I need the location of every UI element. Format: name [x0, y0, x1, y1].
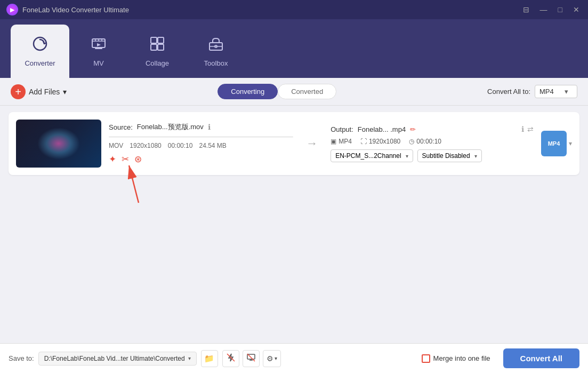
- add-files-button[interactable]: + Add Files ▾: [11, 84, 67, 99]
- format-select[interactable]: MP4 ▾: [535, 85, 577, 98]
- edit-icon[interactable]: ✏: [410, 125, 416, 133]
- convert-all-button[interactable]: Convert All: [503, 348, 579, 368]
- convert-all-to: Convert All to: MP4 ▾: [487, 85, 577, 98]
- browse-folder-button[interactable]: 📁: [201, 350, 218, 367]
- video-source-info: Source: Fonelab...预览版.mov ℹ MOV 1920x108…: [109, 122, 293, 165]
- title-bar: ▶ FoneLab Video Converter Ultimate ⊟ — □…: [0, 0, 588, 19]
- output-selects: EN-PCM_S...2Channel ▾ Subtitle Disabled …: [331, 149, 534, 162]
- subtitle-dropdown-arrow: ▾: [474, 153, 477, 159]
- source-label: Source:: [109, 123, 133, 131]
- format-value: MP4: [539, 88, 554, 96]
- audio-track-select[interactable]: EN-PCM_S...2Channel ▾: [331, 149, 413, 162]
- gear-icon: ⚙: [267, 354, 273, 363]
- plus-circle-icon: +: [11, 84, 26, 99]
- settings-button[interactable]: ⚙ ▾: [263, 350, 281, 367]
- output-actions: ℹ ⇄: [521, 125, 534, 133]
- save-path-dropdown-arrow: ▾: [188, 355, 191, 361]
- converting-pill[interactable]: Converting: [218, 84, 278, 99]
- source-duration: 00:00:10: [168, 142, 193, 149]
- output-line: Output: Fonelab... .mp4 ✏ ℹ ⇄: [331, 125, 534, 133]
- merge-checkbox[interactable]: Merge into one file: [422, 354, 490, 363]
- subtitle-value: Subtitle Disabled: [422, 152, 470, 160]
- add-files-label: Add Files: [29, 88, 60, 96]
- merge-label: Merge into one file: [433, 354, 490, 362]
- output-info-icon[interactable]: ℹ: [521, 125, 524, 133]
- convert-all-to-label: Convert All to:: [487, 88, 530, 96]
- folder-icon: 📁: [204, 354, 214, 363]
- svg-rect-8: [151, 37, 157, 43]
- source-size: 24.54 MB: [199, 142, 226, 149]
- save-to-label: Save to:: [9, 354, 34, 362]
- tab-bar: Converter MV Collage: [0, 19, 588, 78]
- enhance-icon[interactable]: ✦: [109, 154, 116, 165]
- tab-toolbox-label: Toolbox: [204, 59, 228, 67]
- video-card: Source: Fonelab...预览版.mov ℹ MOV 1920x108…: [9, 112, 579, 175]
- maximize-button[interactable]: □: [556, 4, 565, 15]
- screen-off-button[interactable]: [243, 350, 260, 367]
- tab-pills: Converting Converted: [218, 84, 336, 99]
- lightning-off-icon: [226, 353, 236, 364]
- format-badge-arrow[interactable]: ▾: [569, 140, 572, 147]
- output-resolution-meta: ⛶ 1920x1080: [360, 138, 400, 145]
- output-format-value: MP4: [339, 138, 352, 145]
- lightning-off-button[interactable]: [222, 350, 239, 367]
- output-filename: Fonelab... .mp4: [358, 125, 406, 133]
- save-path-box[interactable]: D:\FoneLab\FoneLab Vid...ter Ultimate\Co…: [38, 352, 197, 366]
- tab-collage-label: Collage: [146, 59, 169, 67]
- convert-arrow: →: [301, 137, 323, 150]
- mv-icon: [90, 35, 107, 56]
- audio-dropdown-arrow: ▾: [406, 153, 408, 159]
- info-icon[interactable]: ℹ: [208, 123, 211, 131]
- source-meta-line: MOV 1920x1080 00:00:10 24.54 MB: [109, 142, 293, 149]
- output-meta: ▣ MP4 ⛶ 1920x1080 ◷ 00:00:10: [331, 138, 534, 145]
- converter-icon: [31, 35, 49, 56]
- tab-converter[interactable]: Converter: [11, 25, 69, 78]
- output-swap-icon[interactable]: ⇄: [527, 125, 534, 133]
- tab-mv[interactable]: MV: [69, 25, 128, 78]
- tab-toolbox[interactable]: Toolbox: [187, 25, 245, 78]
- source-resolution: 1920x1080: [130, 142, 161, 149]
- window-controls: ⊟ — □ ✕: [521, 4, 582, 15]
- merge-checkbox-box[interactable]: [422, 354, 430, 363]
- collage-icon: [149, 35, 166, 56]
- output-format-icon: ▣: [331, 138, 336, 145]
- action-icons: ✦ ✂ ⊛: [109, 154, 293, 165]
- audio-track-value: EN-PCM_S...2Channel: [335, 152, 401, 160]
- svg-rect-9: [158, 37, 164, 43]
- video-output-info: Output: Fonelab... .mp4 ✏ ℹ ⇄ ▣ MP4 ⛶ 19…: [331, 125, 534, 162]
- tab-mv-label: MV: [93, 59, 104, 67]
- output-duration-value: 00:00:10: [416, 138, 441, 145]
- format-dropdown-arrow: ▾: [565, 88, 568, 96]
- format-badge-container: MP4 ▾: [541, 131, 572, 156]
- minimize-button[interactable]: —: [538, 4, 550, 15]
- save-path-text: D:\FoneLab\FoneLab Vid...ter Ultimate\Co…: [44, 355, 185, 362]
- svg-rect-10: [151, 44, 157, 50]
- converted-pill[interactable]: Converted: [278, 84, 336, 99]
- video-thumbnail: [16, 120, 101, 168]
- bottom-bar: Save to: D:\FoneLab\FoneLab Vid...ter Ul…: [0, 343, 588, 373]
- app-logo: ▶: [6, 4, 18, 15]
- output-resolution-value: 1920x1080: [369, 138, 400, 145]
- output-resolution-icon: ⛶: [360, 138, 367, 145]
- screen-off-icon: [246, 353, 256, 364]
- source-filename: Fonelab...预览版.mov: [137, 122, 204, 132]
- toolbox-icon: [207, 35, 224, 56]
- toolbar: + Add Files ▾ Converting Converted Conve…: [0, 78, 588, 106]
- close-button[interactable]: ✕: [571, 4, 582, 15]
- subtitle-select[interactable]: Subtitle Disabled ▾: [417, 149, 482, 162]
- svg-rect-11: [158, 44, 164, 50]
- format-badge: MP4: [541, 131, 567, 156]
- source-format: MOV: [109, 142, 123, 149]
- scissors-icon[interactable]: ✂: [122, 154, 129, 165]
- message-icon[interactable]: ⊟: [521, 4, 531, 15]
- bottom-icons: ⚙ ▾: [222, 350, 281, 367]
- tab-collage[interactable]: Collage: [128, 25, 187, 78]
- add-files-dropdown-arrow[interactable]: ▾: [63, 88, 67, 96]
- progress-bar: [109, 136, 293, 138]
- tab-converter-label: Converter: [25, 59, 55, 67]
- palette-icon[interactable]: ⊛: [134, 154, 142, 165]
- source-line: Source: Fonelab...预览版.mov ℹ: [109, 122, 293, 132]
- output-duration-icon: ◷: [409, 138, 414, 145]
- output-label: Output:: [331, 125, 353, 133]
- svg-marker-6: [97, 43, 101, 46]
